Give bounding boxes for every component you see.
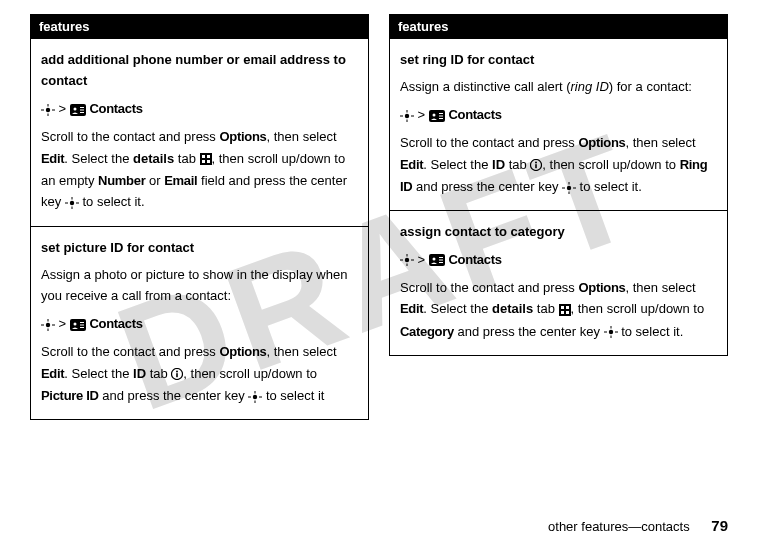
svg-rect-7: [80, 107, 84, 108]
svg-rect-11: [202, 155, 205, 158]
svg-rect-14: [207, 160, 210, 163]
cell-picture-id: set picture ID for contact Assign a phot…: [31, 226, 368, 420]
svg-rect-8: [80, 109, 84, 110]
svg-rect-66: [559, 304, 571, 316]
contacts-app-icon: [70, 99, 86, 120]
center-key-icon: [41, 314, 55, 335]
svg-rect-32: [177, 374, 179, 378]
nav-path: > Contacts: [400, 249, 717, 271]
nav-path: > Contacts: [41, 98, 358, 120]
details-tab-icon: [200, 148, 212, 169]
svg-rect-46: [439, 115, 443, 116]
footer-text: other features—contacts: [548, 519, 690, 534]
svg-point-15: [70, 201, 74, 205]
contacts-app-icon: [429, 249, 445, 270]
contacts-label: Contacts: [89, 316, 142, 331]
description: Assign a distinctive call alert (ring ID…: [400, 76, 717, 97]
id-tab-icon: [171, 363, 183, 384]
contacts-label: Contacts: [448, 107, 501, 122]
svg-rect-27: [80, 322, 84, 323]
svg-rect-64: [439, 260, 443, 261]
features-header-right: features: [390, 15, 727, 38]
page-content: features add additional phone number or …: [0, 0, 758, 420]
svg-point-33: [253, 395, 257, 399]
instruction-text: Scroll to the contact and press Options,…: [41, 341, 358, 407]
nav-path: > Contacts: [41, 313, 358, 335]
svg-rect-28: [80, 324, 84, 325]
svg-rect-65: [439, 262, 443, 263]
svg-point-56: [405, 258, 409, 262]
left-column: features add additional phone number or …: [30, 14, 369, 420]
contacts-label: Contacts: [448, 252, 501, 267]
svg-rect-45: [439, 113, 443, 114]
details-tab-icon: [559, 299, 571, 320]
cell-title: assign contact to category: [400, 221, 717, 242]
svg-rect-63: [439, 257, 443, 258]
center-key-icon: [604, 321, 618, 342]
contacts-label: Contacts: [89, 101, 142, 116]
svg-rect-9: [80, 112, 84, 113]
svg-rect-29: [80, 327, 84, 328]
svg-point-62: [432, 258, 435, 261]
center-key-icon: [400, 249, 414, 270]
center-key-icon: [65, 192, 79, 213]
svg-point-20: [46, 323, 50, 327]
svg-point-26: [73, 322, 76, 325]
svg-point-31: [176, 371, 178, 373]
center-key-icon: [562, 177, 576, 198]
svg-rect-70: [566, 311, 569, 314]
svg-point-0: [46, 108, 50, 112]
center-key-icon: [41, 99, 55, 120]
svg-rect-10: [200, 153, 212, 165]
cell-title: set ring ID for contact: [400, 49, 717, 70]
page-number: 79: [711, 517, 728, 534]
svg-rect-68: [566, 306, 569, 309]
center-key-icon: [400, 105, 414, 126]
svg-point-51: [567, 186, 571, 190]
svg-rect-67: [561, 306, 564, 309]
svg-point-71: [608, 330, 612, 334]
page-footer: other features—contacts 79: [548, 517, 728, 534]
svg-rect-69: [561, 311, 564, 314]
svg-rect-50: [536, 165, 538, 169]
cell-title: set picture ID for contact: [41, 237, 358, 258]
svg-rect-12: [207, 155, 210, 158]
contacts-app-icon: [70, 314, 86, 335]
right-column: features set ring ID for contact Assign …: [389, 14, 728, 356]
id-tab-icon: [530, 154, 542, 175]
instruction-text: Scroll to the contact and press Options,…: [400, 277, 717, 343]
svg-point-38: [405, 114, 409, 118]
cell-ring-id: set ring ID for contact Assign a distinc…: [390, 38, 727, 210]
cell-add-number: add additional phone number or email add…: [31, 38, 368, 226]
cell-title: add additional phone number or email add…: [41, 49, 358, 92]
svg-point-49: [535, 162, 537, 164]
contacts-app-icon: [429, 105, 445, 126]
description: Assign a photo or picture to show in the…: [41, 264, 358, 307]
instruction-text: Scroll to the contact and press Options,…: [41, 126, 358, 213]
features-header-left: features: [31, 15, 368, 38]
svg-point-6: [73, 107, 76, 110]
instruction-text: Scroll to the contact and press Options,…: [400, 132, 717, 198]
nav-path: > Contacts: [400, 104, 717, 126]
svg-point-44: [432, 113, 435, 116]
svg-rect-13: [202, 160, 205, 163]
svg-rect-47: [439, 118, 443, 119]
cell-category: assign contact to category > Contacts Sc…: [390, 210, 727, 355]
center-key-icon: [248, 386, 262, 407]
